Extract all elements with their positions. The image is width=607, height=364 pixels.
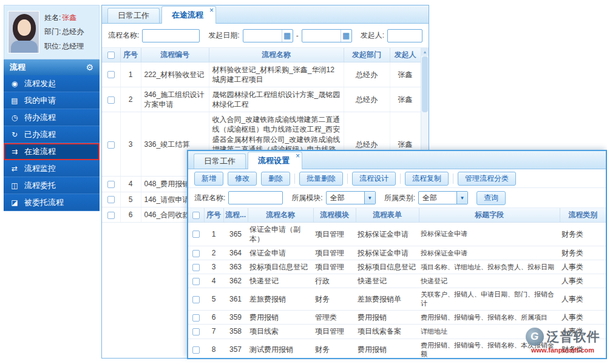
row-checkbox[interactable] bbox=[192, 328, 200, 335]
manage-category-button[interactable]: 管理流程分类 bbox=[458, 172, 516, 186]
process-name-label: 流程名称: bbox=[194, 193, 225, 203]
row-checkbox[interactable] bbox=[192, 314, 200, 322]
sidebar-item-my-applications[interactable]: ▤我的申请 bbox=[4, 92, 100, 109]
calendar-icon[interactable]: ▦ bbox=[282, 30, 293, 42]
row-checkbox[interactable] bbox=[107, 212, 115, 219]
process-name-input[interactable] bbox=[142, 29, 200, 42]
category-select-value: 全部 bbox=[419, 193, 456, 203]
cell-category: 人事类 bbox=[560, 274, 606, 288]
process-definition-row[interactable]: 1365保证金申请（副本）项目管理投标保证金申请投标保证金申请财务类 bbox=[188, 222, 606, 246]
sidebar-item-process-monitor[interactable]: ⇄流程监控 bbox=[4, 160, 100, 177]
cell-initiator: 张鑫 bbox=[390, 87, 421, 112]
start-date-label: 发起日期: bbox=[208, 30, 239, 41]
add-button[interactable]: 新增 bbox=[194, 172, 223, 186]
process-row[interactable]: 2346_施工组织设计方案申请晟铭园林绿化工程组织设计方案_晟铭园林绿化工程总经… bbox=[102, 87, 421, 112]
brand-url: www.fanpusoft.com bbox=[531, 346, 594, 354]
select-all-checkbox[interactable] bbox=[192, 212, 200, 219]
initiator-input[interactable] bbox=[387, 29, 422, 42]
sidebar-item-pending-processes[interactable]: ◷待办流程 bbox=[4, 109, 100, 126]
row-checkbox[interactable] bbox=[192, 264, 200, 271]
sidebar-item-delegated-processes[interactable]: ◪被委托流程 bbox=[4, 194, 100, 211]
column-header[interactable]: 序号 bbox=[204, 208, 223, 222]
row-checkbox[interactable] bbox=[192, 296, 200, 303]
cell-form: 快递登记 bbox=[356, 274, 419, 288]
chevron-down-icon: ▼ bbox=[364, 192, 375, 204]
column-header[interactable]: 发起人 bbox=[390, 48, 421, 62]
cell-title-fields: 项目名称、详细地址、投标负责人、投标日期 bbox=[419, 260, 560, 274]
column-header[interactable]: 发起部门 bbox=[344, 48, 390, 62]
date-from-input[interactable]: ▦ bbox=[243, 29, 293, 42]
broadcast-icon: ◉ bbox=[10, 79, 19, 88]
column-header[interactable]: 流程名称 bbox=[248, 208, 313, 222]
gear-icon[interactable]: ⚙ bbox=[86, 62, 93, 72]
cell-code: 359 bbox=[223, 311, 248, 325]
row-checkbox[interactable] bbox=[107, 71, 115, 78]
column-header[interactable]: 流程编号 bbox=[141, 48, 209, 62]
delete-button[interactable]: 删除 bbox=[261, 172, 290, 186]
scrollbar-thumb[interactable] bbox=[422, 56, 428, 112]
row-checkbox[interactable] bbox=[107, 196, 115, 203]
cell-form: 项目线索备案 bbox=[356, 325, 419, 339]
sidebar-section-process: 流程 ⚙ bbox=[4, 59, 100, 75]
row-checkbox[interactable] bbox=[192, 250, 200, 257]
settings-toolbar: 新增修改删除批量删除流程设计流程复制管理流程分类 bbox=[188, 169, 606, 188]
tab-in-transit[interactable]: 在途流程× bbox=[161, 6, 216, 24]
column-header[interactable]: 流程名称 bbox=[209, 48, 344, 62]
scroll-up-icon[interactable]: ▲ bbox=[421, 48, 429, 56]
row-checkbox[interactable] bbox=[192, 231, 200, 238]
column-header[interactable]: 序号 bbox=[120, 48, 141, 62]
batch-delete-button[interactable]: 批量删除 bbox=[299, 172, 343, 186]
tab-label: 在途流程 bbox=[172, 10, 203, 21]
select-all-checkbox[interactable] bbox=[107, 52, 115, 59]
dept-value: 总经办 bbox=[62, 27, 84, 36]
close-icon[interactable]: × bbox=[296, 152, 300, 160]
sidebar-item-completed-processes[interactable]: ↻已办流程 bbox=[4, 126, 100, 143]
column-header[interactable]: 流程表单 bbox=[356, 208, 419, 222]
menu-item-label: 已办流程 bbox=[24, 129, 56, 140]
row-checkbox[interactable] bbox=[107, 141, 115, 149]
row-checkbox[interactable] bbox=[192, 278, 200, 285]
date-to-input[interactable]: ▦ bbox=[302, 29, 352, 42]
process-definition-row[interactable]: 4362快递登记行政快递登记快递登记人事类 bbox=[188, 274, 606, 288]
menu-item-label: 在途流程 bbox=[24, 146, 56, 157]
column-header[interactable]: 流程... bbox=[223, 208, 248, 222]
sidebar-item-process-launch[interactable]: ◉流程发起 bbox=[4, 75, 100, 92]
tab-daily-work[interactable]: 日常工作 bbox=[194, 153, 246, 169]
sidebar-item-in-transit-processes[interactable]: ⇉在途流程 bbox=[4, 143, 100, 160]
settings-tabbar: 日常工作流程设置× bbox=[188, 151, 606, 169]
process-row[interactable]: 1222_材料验收登记材料验收登记_材料采购_张鑫_华润12城房建工程项目总经办… bbox=[102, 62, 421, 87]
search-button[interactable]: 查询 bbox=[476, 191, 506, 205]
process-definition-row[interactable]: 6359费用报销管理类费用报销费用报销、报销编号、报销名称、所属项目人事类 bbox=[188, 311, 606, 325]
cell-name: 费用报销 bbox=[248, 311, 313, 325]
menu-item-label: 被委托流程 bbox=[24, 197, 64, 208]
cell-code: 358 bbox=[223, 325, 248, 339]
row-checkbox[interactable] bbox=[192, 346, 200, 354]
close-icon[interactable]: × bbox=[209, 7, 214, 14]
calendar-icon[interactable]: ▦ bbox=[341, 30, 351, 42]
edit-button[interactable]: 修改 bbox=[228, 172, 257, 186]
org-chart-icon: ◪ bbox=[10, 198, 19, 207]
category-select[interactable]: 全部 ▼ bbox=[418, 191, 468, 204]
process-definition-row[interactable]: 3363投标项目信息登记项目管理投标项目信息登记项目名称、详细地址、投标负责人、… bbox=[188, 260, 606, 274]
cell-category: 人事类 bbox=[560, 260, 606, 274]
tab-daily-work[interactable]: 日常工作 bbox=[107, 8, 160, 23]
column-header[interactable]: 流程模块 bbox=[313, 208, 356, 222]
cell-code: 364 bbox=[223, 246, 248, 260]
column-header[interactable]: 流程类别 bbox=[560, 208, 606, 222]
module-select[interactable]: 全部 ▼ bbox=[326, 191, 376, 204]
cell-dept: 总经办 bbox=[344, 87, 390, 112]
process-design-button[interactable]: 流程设计 bbox=[352, 172, 396, 186]
cell-name: 差旅费报销 bbox=[248, 288, 313, 311]
avatar-body bbox=[11, 41, 38, 53]
process-name-input[interactable] bbox=[228, 191, 283, 204]
column-header[interactable]: 标题字段 bbox=[419, 208, 560, 222]
row-checkbox[interactable] bbox=[107, 181, 115, 188]
tab-process-settings[interactable]: 流程设置× bbox=[248, 152, 302, 169]
cell-code: 222_材料验收登记 bbox=[141, 62, 209, 87]
sidebar-item-process-delegation[interactable]: ◫流程委托 bbox=[4, 177, 100, 194]
process-definition-row[interactable]: 2364保证金申请项目管理投标保证金申请投标保证金申请财务类 bbox=[188, 246, 606, 260]
menu-item-label: 流程委托 bbox=[24, 180, 56, 191]
process-definition-row[interactable]: 5361差旅费报销财务差旅费报销单关联客户、报销人、申请日期、部门、报销合计人事… bbox=[188, 288, 606, 311]
process-copy-button[interactable]: 流程复制 bbox=[405, 172, 449, 186]
row-checkbox[interactable] bbox=[107, 96, 115, 104]
